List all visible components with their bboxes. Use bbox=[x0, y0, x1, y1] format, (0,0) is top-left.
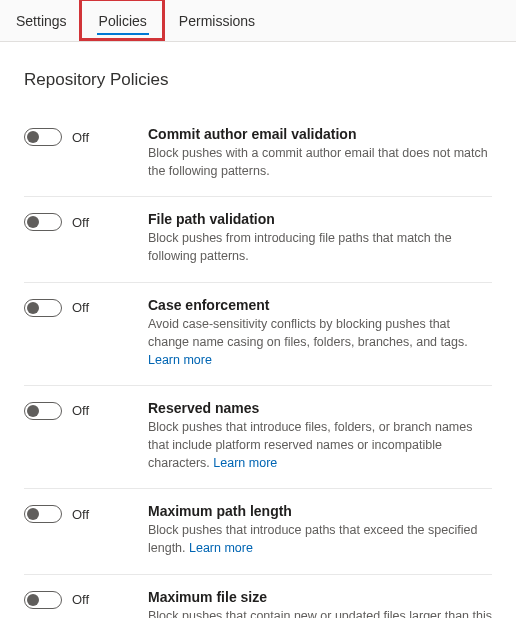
toggle-state-label: Off bbox=[72, 130, 89, 145]
page-content: Repository Policies OffCommit author ema… bbox=[0, 42, 516, 618]
policy-description: Block pushes that contain new or updated… bbox=[148, 607, 492, 619]
policy-title: Case enforcement bbox=[148, 297, 492, 313]
toggle-state-label: Off bbox=[72, 403, 89, 418]
policy-description: Avoid case-sensitivity conflicts by bloc… bbox=[148, 315, 492, 369]
tab-policies[interactable]: Policies bbox=[83, 0, 163, 41]
policy-title: Reserved names bbox=[148, 400, 492, 416]
policy-body: Reserved namesBlock pushes that introduc… bbox=[148, 400, 492, 472]
policy-description-text: Block pushes from introducing file paths… bbox=[148, 231, 452, 263]
policy-title: Maximum path length bbox=[148, 503, 492, 519]
toggle-column: Off bbox=[24, 211, 148, 231]
toggle-max-file-size[interactable] bbox=[24, 591, 62, 609]
policies-list: OffCommit author email validationBlock p… bbox=[24, 112, 492, 618]
toggle-state-label: Off bbox=[72, 300, 89, 315]
toggle-commit-author-email[interactable] bbox=[24, 128, 62, 146]
policy-description-text: Block pushes that contain new or updated… bbox=[148, 609, 492, 619]
policy-row-max-file-size: OffMaximum file sizeBlock pushes that co… bbox=[24, 575, 492, 619]
policy-row-commit-author-email: OffCommit author email validationBlock p… bbox=[24, 112, 492, 197]
page-title: Repository Policies bbox=[24, 70, 492, 90]
policy-title: Maximum file size bbox=[148, 589, 492, 605]
policy-row-max-path-length: OffMaximum path lengthBlock pushes that … bbox=[24, 489, 492, 574]
toggle-case-enforcement[interactable] bbox=[24, 299, 62, 317]
toggle-state-label: Off bbox=[72, 215, 89, 230]
tab-label: Settings bbox=[16, 13, 67, 29]
policy-row-reserved-names: OffReserved namesBlock pushes that intro… bbox=[24, 386, 492, 489]
policy-body: Case enforcementAvoid case-sensitivity c… bbox=[148, 297, 492, 369]
tab-label: Permissions bbox=[179, 13, 255, 29]
toggle-state-label: Off bbox=[72, 507, 89, 522]
policy-title: Commit author email validation bbox=[148, 126, 492, 142]
toggle-file-path-validation[interactable] bbox=[24, 213, 62, 231]
policy-description: Block pushes that introduce files, folde… bbox=[148, 418, 492, 472]
toggle-knob bbox=[27, 405, 39, 417]
learn-more-link[interactable]: Learn more bbox=[148, 353, 212, 367]
tab-settings[interactable]: Settings bbox=[0, 0, 83, 41]
policy-description-text: Block pushes that introduce files, folde… bbox=[148, 420, 472, 470]
tab-bar: Settings Policies Permissions bbox=[0, 0, 516, 42]
toggle-state-label: Off bbox=[72, 592, 89, 607]
policy-body: Maximum file sizeBlock pushes that conta… bbox=[148, 589, 492, 619]
tab-permissions[interactable]: Permissions bbox=[163, 0, 271, 41]
policy-title: File path validation bbox=[148, 211, 492, 227]
policy-description: Block pushes with a commit author email … bbox=[148, 144, 492, 180]
toggle-column: Off bbox=[24, 297, 148, 317]
toggle-knob bbox=[27, 131, 39, 143]
toggle-column: Off bbox=[24, 126, 148, 146]
toggle-knob bbox=[27, 302, 39, 314]
policy-body: File path validationBlock pushes from in… bbox=[148, 211, 492, 265]
policy-description: Block pushes from introducing file paths… bbox=[148, 229, 492, 265]
toggle-column: Off bbox=[24, 589, 148, 609]
policy-body: Maximum path lengthBlock pushes that int… bbox=[148, 503, 492, 557]
policy-row-case-enforcement: OffCase enforcementAvoid case-sensitivit… bbox=[24, 283, 492, 386]
toggle-knob bbox=[27, 594, 39, 606]
toggle-knob bbox=[27, 216, 39, 228]
policy-description: Block pushes that introduce paths that e… bbox=[148, 521, 492, 557]
learn-more-link[interactable]: Learn more bbox=[213, 456, 277, 470]
toggle-column: Off bbox=[24, 503, 148, 523]
policy-body: Commit author email validationBlock push… bbox=[148, 126, 492, 180]
toggle-knob bbox=[27, 508, 39, 520]
tab-label: Policies bbox=[99, 13, 147, 29]
policy-description-text: Avoid case-sensitivity conflicts by bloc… bbox=[148, 317, 468, 349]
learn-more-link[interactable]: Learn more bbox=[189, 541, 253, 555]
toggle-reserved-names[interactable] bbox=[24, 402, 62, 420]
toggle-column: Off bbox=[24, 400, 148, 420]
policy-row-file-path-validation: OffFile path validationBlock pushes from… bbox=[24, 197, 492, 282]
toggle-max-path-length[interactable] bbox=[24, 505, 62, 523]
policy-description-text: Block pushes with a commit author email … bbox=[148, 146, 488, 178]
